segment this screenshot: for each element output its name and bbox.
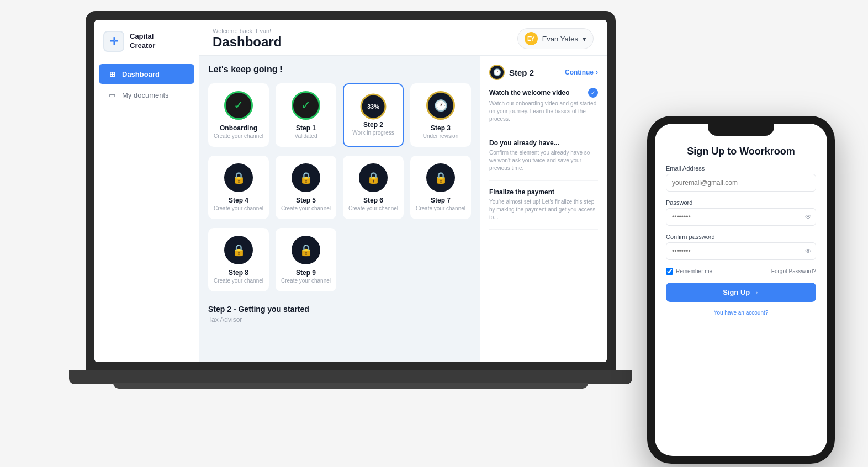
panel-item-2-header: Do you already have... (489, 139, 598, 147)
step-3[interactable]: 🕐 Step 3 Under revision (410, 83, 471, 147)
phone-notch (708, 124, 774, 136)
step8-icon: 🔒 (224, 236, 253, 264)
remember-row: Remember me Forgot Password? (666, 268, 816, 275)
sidebar-item-dashboard[interactable]: ⊞ Dashboard (99, 64, 194, 84)
phone: Sign Up to Woorkroom Email Address Passw… (647, 116, 835, 464)
logo-text: Capital Creator (130, 32, 155, 51)
right-panel: 🕐 Step 2 Continue › (480, 56, 607, 362)
check-badge-1: ✓ (588, 88, 598, 98)
confirm-input-row: 👁 (666, 242, 816, 260)
eye-icon-confirm[interactable]: 👁 (805, 247, 812, 255)
panel-item-3: Finalize the payment You're almost set u… (489, 188, 598, 230)
panel-item-3-header: Finalize the payment (489, 188, 598, 196)
remember-checkbox[interactable] (666, 268, 673, 275)
step-2[interactable]: 33% Step 2 Work in progress (343, 83, 404, 147)
password-group: Password 👁 (666, 199, 816, 226)
bottom-label: Step 2 - Getting you started (208, 300, 471, 316)
steps-grid-row1: ✓ Onboarding Create your channel ✓ (208, 83, 471, 147)
email-label: Email Address (666, 165, 816, 172)
step-4[interactable]: 🔒 Step 4 Create your channel (208, 156, 269, 219)
tax-advisor-label: Tax Advisor (208, 316, 471, 323)
onboarding-icon: ✓ (224, 91, 253, 120)
scene: ✛ Capital Creator ⊞ Dashboard ▭ My docum (0, 0, 868, 467)
welcome-text: Welcome back, Evan! (213, 28, 282, 34)
laptop-base (69, 370, 632, 384)
confirm-group: Confirm password 👁 (666, 233, 816, 260)
email-group: Email Address (666, 165, 816, 192)
phone-body: Sign Up to Woorkroom Email Address Passw… (647, 116, 835, 464)
logo-icon: ✛ (103, 31, 124, 52)
main-content: Welcome back, Evan! Dashboard EY Evan Ya… (199, 20, 607, 362)
laptop-foot (113, 383, 588, 389)
step3-icon: 🕐 (426, 91, 455, 120)
step-8[interactable]: 🔒 Step 8 Create your channel (208, 228, 269, 291)
step-onboarding[interactable]: ✓ Onboarding Create your channel (208, 83, 269, 147)
confirm-label: Confirm password (666, 233, 816, 240)
right-panel-title: 🕐 Step 2 (489, 65, 534, 80)
step-9[interactable]: 🔒 Step 9 Create your channel (276, 228, 336, 291)
steps-grid-row3: 🔒 Step 8 Create your channel 🔒 Step 9 Cr… (208, 228, 471, 291)
phone-screen: Sign Up to Woorkroom Email Address Passw… (655, 124, 827, 456)
step7-icon: 🔒 (426, 163, 455, 192)
step5-icon: 🔒 (292, 163, 320, 192)
eye-icon-password[interactable]: 👁 (805, 213, 812, 221)
remember-left: Remember me (666, 268, 712, 275)
step-7[interactable]: 🔒 Step 7 Create your channel (410, 156, 471, 219)
section-title: Let's keep going ! (208, 65, 471, 75)
forgot-password-link[interactable]: Forgot Password? (771, 268, 816, 274)
documents-icon: ▭ (108, 91, 117, 99)
logo-area: ✛ Capital Creator (94, 31, 199, 63)
panel-item-1: Watch the welcome video ✓ Watch our onbo… (489, 88, 598, 131)
header: Welcome back, Evan! Dashboard EY Evan Ya… (199, 20, 607, 56)
password-input[interactable] (666, 208, 816, 226)
laptop: ✛ Capital Creator ⊞ Dashboard ▭ My docum (86, 11, 638, 425)
dashboard-icon: ⊞ (108, 70, 117, 78)
header-left: Welcome back, Evan! Dashboard (213, 28, 282, 50)
email-input[interactable] (666, 174, 816, 192)
step-5[interactable]: 🔒 Step 5 Create your channel (276, 156, 336, 219)
avatar: EY (525, 32, 538, 45)
laptop-body: ✛ Capital Creator ⊞ Dashboard ▭ My docum (86, 11, 616, 370)
chevron-down-icon: ▾ (583, 35, 586, 43)
user-badge[interactable]: EY Evan Yates ▾ (517, 28, 594, 49)
content-body: Let's keep going ! ✓ Onboarding Create y… (199, 56, 607, 362)
step-6[interactable]: 🔒 Step 6 Create your channel (343, 156, 404, 219)
sidebar-item-documents[interactable]: ▭ My documents (99, 85, 194, 105)
password-label: Password (666, 199, 816, 206)
panel-item-2: Do you already have... Confirm the eleme… (489, 139, 598, 181)
confirm-input[interactable] (666, 242, 816, 260)
sidebar: ✛ Capital Creator ⊞ Dashboard ▭ My docum (94, 20, 199, 362)
page-title: Dashboard (213, 34, 282, 50)
right-panel-header: 🕐 Step 2 Continue › (489, 65, 598, 80)
signup-title: Sign Up to Woorkroom (666, 146, 816, 157)
step6-icon: 🔒 (359, 163, 388, 192)
email-input-row (666, 174, 816, 192)
laptop-screen: ✛ Capital Creator ⊞ Dashboard ▭ My docum (94, 20, 607, 362)
password-input-row: 👁 (666, 208, 816, 226)
step9-icon: 🔒 (292, 236, 320, 264)
continue-button[interactable]: Continue › (565, 68, 598, 76)
step-1[interactable]: ✓ Step 1 Validated (276, 83, 336, 147)
have-account-text[interactable]: You have an account? (666, 310, 816, 316)
chevron-right-icon: › (596, 68, 598, 76)
step4-icon: 🔒 (224, 163, 253, 192)
steps-grid-row2: 🔒 Step 4 Create your channel 🔒 Step 5 Cr… (208, 156, 471, 219)
signup-button[interactable]: Sign Up → (666, 283, 816, 302)
main-area: Let's keep going ! ✓ Onboarding Create y… (199, 56, 480, 362)
step2-icon-small: 🕐 (489, 65, 505, 80)
step1-icon: ✓ (292, 91, 320, 120)
step2-progress: 33% (359, 92, 388, 121)
panel-item-1-header: Watch the welcome video ✓ (489, 88, 598, 98)
